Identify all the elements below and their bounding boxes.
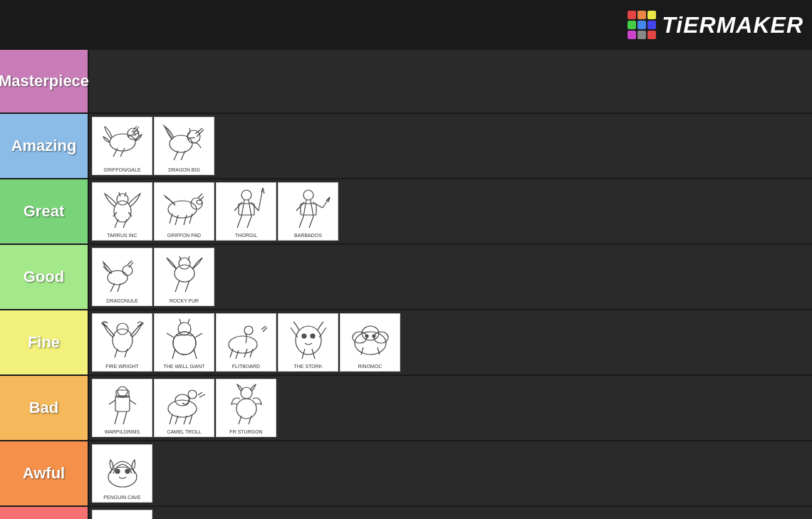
tier-card-label: THORGIL — [217, 232, 276, 240]
tier-card[interactable]: WARPILGRIMS — [92, 379, 152, 437]
tier-card-image — [94, 446, 151, 494]
tier-label-great: Great — [0, 179, 89, 243]
svg-point-26 — [296, 326, 321, 355]
svg-point-35 — [118, 387, 127, 397]
svg-rect-11 — [239, 204, 254, 215]
svg-point-33 — [365, 335, 368, 337]
tier-label-awful: Awful — [0, 441, 89, 505]
tier-content-fine: FIRE WRIGHT THE WELL GIANT FLITBOARD THE… — [89, 310, 812, 374]
tier-card-label: FLITBOARD — [217, 363, 276, 371]
logo-cell-1 — [628, 11, 636, 19]
svg-point-16 — [175, 265, 194, 282]
tier-label-bad: Bad — [0, 376, 89, 440]
tier-card[interactable]: PENGUIN CAVE — [92, 444, 152, 503]
tier-card[interactable]: THORGIL — [216, 182, 276, 241]
tier-card-image — [94, 380, 151, 429]
tier-card[interactable]: RINOMOC — [340, 313, 400, 372]
tier-label-fine: Fine — [0, 310, 89, 374]
tier-card-image — [156, 118, 213, 167]
svg-point-12 — [303, 190, 313, 200]
svg-point-0 — [110, 134, 135, 151]
tier-card[interactable]: FLITBOARD — [216, 313, 276, 372]
tier-card[interactable]: DRAGON BIG — [154, 117, 214, 175]
tier-card-image — [342, 315, 399, 363]
svg-rect-13 — [301, 204, 316, 215]
logo-cell-5 — [637, 21, 646, 29]
svg-point-7 — [168, 201, 197, 218]
logo-cell-9 — [647, 31, 656, 39]
tier-card[interactable]: BARBADOS — [278, 182, 338, 241]
tier-card-label: GRIFFON/GALE — [93, 167, 152, 174]
svg-point-4 — [187, 130, 200, 143]
tier-card[interactable]: ARACHNIDOG — [92, 510, 152, 519]
tier-content-great: TARRUS INC GRIFFON PAD THORGIL BARBADOS — [89, 179, 812, 243]
tier-card[interactable]: CAMEL TROLL — [154, 379, 214, 437]
logo-cell-2 — [637, 11, 646, 19]
svg-point-43 — [108, 467, 137, 487]
svg-point-28 — [311, 334, 315, 338]
tier-card-image — [156, 315, 213, 363]
tier-card-label: FIRE WRIGHT — [93, 363, 152, 371]
tier-row-amazing: Amazing GRIFFON/GALE DRAGON BIG — [0, 114, 812, 179]
tier-row-good: Good DRAGONULE ROCKY FUR — [0, 245, 812, 310]
header: TiERMAKER — [0, 0, 812, 50]
tier-card[interactable]: FIRE WRIGHT — [92, 313, 152, 372]
tier-card-label: DRAGONULE — [93, 298, 152, 305]
svg-point-30 — [353, 332, 367, 343]
tier-content-good: DRAGONULE ROCKY FUR — [89, 245, 812, 309]
tier-content-worst: ARACHNIDOG — [89, 507, 812, 519]
svg-point-10 — [241, 190, 251, 200]
tier-card-label: BARBADOS — [279, 232, 338, 240]
tier-card-label: PENGUIN CAVE — [93, 494, 152, 502]
tier-card-image — [156, 249, 213, 298]
svg-point-27 — [302, 334, 306, 338]
tier-content-awful: PENGUIN CAVE — [89, 441, 812, 505]
svg-point-42 — [236, 399, 256, 419]
logo-cell-7 — [628, 31, 636, 39]
tier-card[interactable]: ROCKY FUR — [154, 248, 214, 306]
tier-card[interactable]: GRIFFON/GALE — [92, 117, 152, 175]
logo-cell-4 — [628, 21, 636, 29]
tier-content-masterpiece — [89, 50, 812, 112]
tier-card-label: CAMEL TROLL — [155, 429, 214, 436]
logo: TiERMAKER — [628, 11, 803, 39]
svg-point-3 — [170, 135, 192, 152]
tier-card-image — [94, 249, 151, 298]
logo-cell-3 — [647, 11, 656, 19]
logo-text: TiERMAKER — [662, 12, 803, 38]
logo-cell-8 — [637, 31, 646, 39]
tier-card-image — [218, 184, 275, 232]
tier-card[interactable]: THE STORK — [278, 313, 338, 372]
tier-card[interactable]: TARRUS INC — [92, 182, 152, 241]
tier-card-image — [218, 380, 275, 429]
svg-rect-36 — [115, 396, 130, 411]
logo-cell-6 — [647, 21, 656, 29]
tier-content-bad: WARPILGRIMS CAMEL TROLL FR STURGON — [89, 376, 812, 440]
tier-card-image — [280, 315, 337, 363]
tier-card-image — [280, 184, 337, 232]
tier-row-great: Great TARRUS INC GRIFFON PAD THORGIL BAR… — [0, 179, 812, 245]
tier-card[interactable]: FR STURGON — [216, 379, 276, 437]
svg-point-6 — [117, 194, 128, 205]
tier-card-image — [218, 315, 275, 363]
tier-row-worst: Worst ARACHNIDOG — [0, 507, 812, 519]
tier-card-image — [94, 511, 151, 519]
svg-point-45 — [125, 469, 130, 473]
tier-card-image — [156, 184, 213, 232]
tier-card-label: WARPILGRIMS — [93, 429, 152, 436]
tier-card[interactable]: THE WELL GIANT — [154, 313, 214, 372]
tier-card[interactable]: GRIFFON PAD — [154, 182, 214, 241]
tier-content-amazing: GRIFFON/GALE DRAGON BIG — [89, 114, 812, 178]
logo-grid — [628, 11, 656, 39]
tier-card-label: GRIFFON PAD — [155, 232, 214, 240]
tier-row-bad: Bad WARPILGRIMS CAMEL TROLL FR STURGON — [0, 376, 812, 441]
tier-card-label: DRAGON BIG — [155, 167, 214, 174]
tier-card-label: RINOMOC — [340, 363, 400, 371]
tier-label-masterpiece: Masterpiece — [0, 50, 89, 112]
svg-point-23 — [229, 336, 257, 353]
svg-point-20 — [178, 323, 191, 335]
tier-row-fine: Fine FIRE WRIGHT THE WELL GIANT FLITBOAR… — [0, 310, 812, 376]
tier-label-amazing: Amazing — [0, 114, 89, 178]
tier-card[interactable]: DRAGONULE — [92, 248, 152, 306]
tier-list: MasterpieceAmazing GRIFFON/GALE DRAGON B… — [0, 50, 812, 519]
